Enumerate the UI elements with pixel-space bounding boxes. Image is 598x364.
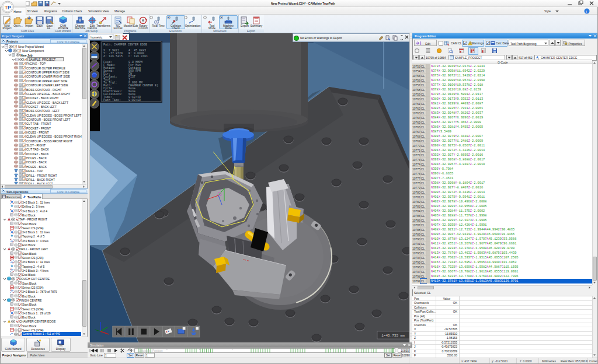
svg-text:Path: CHAMFER CENTER EDGE: Path: CHAMFER CENTER EDGE <box>103 43 147 47</box>
svg-text:0:00:19: 0:00:19 <box>128 99 141 102</box>
svg-text:C: 126.0701: C: 126.0701 <box>128 55 148 58</box>
svg-text:Z: 126.5415: Z: 126.5415 <box>103 55 123 58</box>
svg-text:i: i <box>586 9 587 14</box>
svg-text:P: P <box>8 5 11 10</box>
svg-text:1=45.735 mm: 1=45.735 mm <box>381 334 405 338</box>
svg-text:Path Time:: Path Time: <box>103 99 121 102</box>
